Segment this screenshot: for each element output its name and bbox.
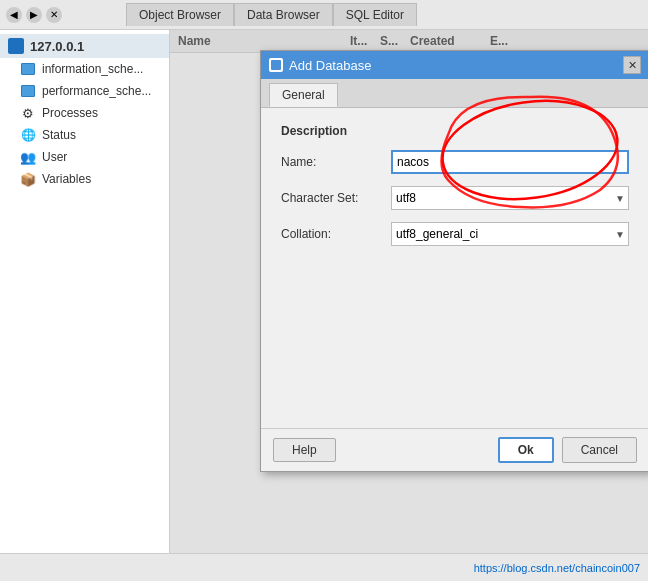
sidebar-server[interactable]: 127.0.0.1: [0, 34, 169, 58]
name-input[interactable]: [391, 150, 629, 174]
main-area: 127.0.0.1 information_sche... performanc…: [0, 30, 648, 553]
tab-data-browser[interactable]: Data Browser: [234, 3, 333, 26]
table-icon: [20, 61, 36, 77]
sidebar-item-processes[interactable]: ⚙ Processes: [0, 102, 169, 124]
modal-title-left: Add Database: [269, 58, 371, 73]
charset-label: Character Set:: [281, 191, 391, 205]
form-row-charset: Character Set: utf8 latin1 utf8mb4 ascii…: [281, 186, 629, 210]
sidebar: 127.0.0.1 information_sche... performanc…: [0, 30, 170, 553]
back-icon[interactable]: ◀: [6, 7, 22, 23]
sidebar-item-label: User: [42, 150, 67, 164]
modal-titlebar: Add Database ✕: [261, 51, 648, 79]
tab-object-browser[interactable]: Object Browser: [126, 3, 234, 26]
section-description-label: Description: [281, 124, 629, 138]
charset-select[interactable]: utf8 latin1 utf8mb4 ascii: [391, 186, 629, 210]
content-area: Name It... S... Created E... Add Databas…: [170, 30, 648, 553]
modal-footer: Help Ok Cancel: [261, 428, 648, 471]
table-icon-2: [20, 83, 36, 99]
box-icon: 📦: [20, 171, 36, 187]
name-label: Name:: [281, 155, 391, 169]
close-nav-icon[interactable]: ✕: [46, 7, 62, 23]
user-icon: 👥: [20, 149, 36, 165]
sidebar-item-label: Variables: [42, 172, 91, 186]
sidebar-item-label: performance_sche...: [42, 84, 151, 98]
top-tabs: Object Browser Data Browser SQL Editor: [126, 3, 417, 26]
nav-icons: ◀ ▶ ✕: [6, 7, 62, 23]
footer-right-buttons: Ok Cancel: [498, 437, 637, 463]
collation-select-wrapper: utf8_general_ci utf8_unicode_ci utf8_bin…: [391, 222, 629, 246]
collation-label: Collation:: [281, 227, 391, 241]
server-label: 127.0.0.1: [30, 39, 84, 54]
globe-icon: 🌐: [20, 127, 36, 143]
form-row-collation: Collation: utf8_general_ci utf8_unicode_…: [281, 222, 629, 246]
forward-icon[interactable]: ▶: [26, 7, 42, 23]
tab-general[interactable]: General: [269, 83, 338, 107]
sidebar-item-status[interactable]: 🌐 Status: [0, 124, 169, 146]
modal-tabs: General: [261, 79, 648, 108]
sidebar-item-label: Status: [42, 128, 76, 142]
server-icon: [8, 38, 24, 54]
sidebar-item-user[interactable]: 👥 User: [0, 146, 169, 168]
sidebar-item-label: information_sche...: [42, 62, 143, 76]
sidebar-item-label: Processes: [42, 106, 98, 120]
tab-sql-editor[interactable]: SQL Editor: [333, 3, 417, 26]
sidebar-item-performance-schema[interactable]: performance_sche...: [0, 80, 169, 102]
modal-close-button[interactable]: ✕: [623, 56, 641, 74]
form-row-name: Name:: [281, 150, 629, 174]
cancel-button[interactable]: Cancel: [562, 437, 637, 463]
ok-button[interactable]: Ok: [498, 437, 554, 463]
status-bar: https://blog.csdn.net/chaincoin007: [0, 553, 648, 581]
modal-title: Add Database: [289, 58, 371, 73]
charset-select-wrapper: utf8 latin1 utf8mb4 ascii ▼: [391, 186, 629, 210]
modal-body: Description Name: Character Set: utf8 la…: [261, 108, 648, 428]
gear-icon: ⚙: [20, 105, 36, 121]
sidebar-item-information-schema[interactable]: information_sche...: [0, 58, 169, 80]
sidebar-item-variables[interactable]: 📦 Variables: [0, 168, 169, 190]
top-toolbar: ◀ ▶ ✕ Object Browser Data Browser SQL Ed…: [0, 0, 648, 30]
status-url: https://blog.csdn.net/chaincoin007: [474, 562, 640, 574]
collation-select[interactable]: utf8_general_ci utf8_unicode_ci utf8_bin: [391, 222, 629, 246]
dialog-icon: [269, 58, 283, 72]
add-database-dialog: Add Database ✕ General Description Name:…: [260, 50, 648, 472]
help-button[interactable]: Help: [273, 438, 336, 462]
